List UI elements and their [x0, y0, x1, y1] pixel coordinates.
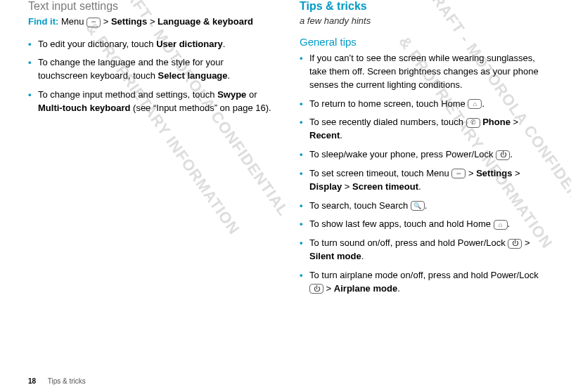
- power-icon: ⏻: [496, 150, 510, 160]
- page-footer: 18 Tips & tricks: [28, 377, 86, 385]
- footer-section: Tips & tricks: [48, 377, 86, 385]
- list-item: To edit your dictionary, touch User dict…: [28, 38, 271, 51]
- power-icon: ⏻: [508, 239, 522, 249]
- text: .: [397, 283, 400, 294]
- bold-text: Multi-touch keyboard: [38, 103, 130, 113]
- text: To show last few apps, touch and hold Ho…: [309, 218, 494, 229]
- text: To search, touch Search: [309, 200, 411, 211]
- text: or: [246, 89, 257, 100]
- text: .: [340, 130, 342, 141]
- text: (see “Input methods” on page 16).: [130, 103, 271, 113]
- phone-icon: ✆: [466, 118, 480, 128]
- list-item: To turn sound on/off, press and hold Pow…: [300, 237, 543, 263]
- find-it-menu: Menu: [61, 16, 84, 27]
- text: To sleep/wake your phone, press Power/Lo…: [309, 149, 496, 159]
- page-number: 18: [28, 377, 36, 385]
- tips-heading: Tips & tricks: [300, 0, 543, 13]
- text: If you can’t to see the screen while wea…: [309, 53, 539, 90]
- text: To return to home screen, touch Home: [309, 98, 468, 109]
- list-item: To return to home screen, touch Home ⌂.: [300, 98, 543, 111]
- list-item: To set screen timeout, touch Menu ▫▫ > S…: [300, 167, 543, 194]
- bold-text: Screen timeout: [352, 181, 418, 192]
- bold-text: Select language: [158, 70, 228, 81]
- bold-text: Settings: [476, 168, 512, 178]
- bold-text: Airplane mode: [334, 283, 397, 294]
- power-icon: ⏻: [309, 284, 323, 294]
- tips-subtitle: a few handy hints: [300, 15, 543, 26]
- home-icon: ⌂: [468, 99, 482, 109]
- find-it-sep2: >: [150, 16, 155, 27]
- text: >: [342, 181, 352, 192]
- bold-text: Phone: [482, 117, 511, 127]
- text: To edit your dictionary, touch: [38, 39, 156, 49]
- text: To set screen timeout, touch Menu: [309, 168, 451, 178]
- text: To see recently dialed numbers, touch: [309, 117, 466, 127]
- text: >: [511, 117, 518, 127]
- text: >: [522, 237, 530, 248]
- menu-icon: ▫▫: [451, 169, 466, 178]
- find-it-line: Find it: Menu ▫▫ > Settings > Language &…: [28, 15, 271, 28]
- left-bullet-list: To edit your dictionary, touch User dict…: [28, 38, 271, 115]
- general-tips-heading: General tips: [300, 36, 543, 48]
- bold-text: User dictionary: [156, 39, 223, 49]
- text-input-heading: Text input settings: [28, 0, 271, 13]
- list-item: To show last few apps, touch and hold Ho…: [300, 218, 543, 231]
- text: .: [228, 70, 231, 81]
- columns: Text input settings Find it: Menu ▫▫ > S…: [28, 0, 543, 301]
- right-column: Tips & tricks a few handy hints General …: [300, 0, 543, 301]
- text: .: [482, 98, 485, 109]
- find-it-langkb: Language & keyboard: [158, 16, 253, 27]
- text: .: [425, 200, 428, 211]
- text: To turn airplane mode on/off, press and …: [309, 270, 539, 280]
- list-item: To sleep/wake your phone, press Power/Lo…: [300, 148, 543, 162]
- find-it-settings: Settings: [111, 16, 147, 27]
- page: Text input settings Find it: Menu ▫▫ > S…: [0, 0, 571, 392]
- text: .: [418, 181, 421, 192]
- text: .: [508, 218, 511, 229]
- text: To turn sound on/off, press and hold Pow…: [309, 237, 508, 248]
- list-item: To change input method and settings, tou…: [28, 89, 271, 115]
- menu-icon: ▫▫: [86, 18, 101, 27]
- bold-text: Recent: [309, 130, 340, 141]
- text: To change input method and settings, tou…: [38, 89, 217, 100]
- list-item: To see recently dialed numbers, touch ✆ …: [300, 116, 543, 143]
- left-column: Text input settings Find it: Menu ▫▫ > S…: [28, 0, 271, 301]
- right-bullet-list: If you can’t to see the screen while wea…: [300, 52, 543, 296]
- home-icon: ⌂: [494, 220, 508, 230]
- bold-text: Display: [309, 181, 342, 192]
- search-icon: 🔍: [411, 201, 425, 211]
- text: .: [223, 39, 226, 49]
- find-it-label: Find it:: [28, 16, 58, 27]
- text: .: [510, 149, 513, 159]
- list-item: To turn airplane mode on/off, press and …: [300, 269, 543, 296]
- list-item: To change the language and the style for…: [28, 56, 271, 83]
- text: >: [466, 168, 476, 178]
- list-item: If you can’t to see the screen while wea…: [300, 52, 543, 92]
- text: >: [512, 168, 520, 178]
- text: >: [323, 283, 334, 294]
- text: .: [361, 251, 364, 261]
- bold-text: Silent mode: [309, 251, 361, 261]
- find-it-sep1: >: [103, 16, 109, 27]
- list-item: To search, touch Search 🔍.: [300, 200, 543, 213]
- bold-text: Swype: [217, 89, 246, 100]
